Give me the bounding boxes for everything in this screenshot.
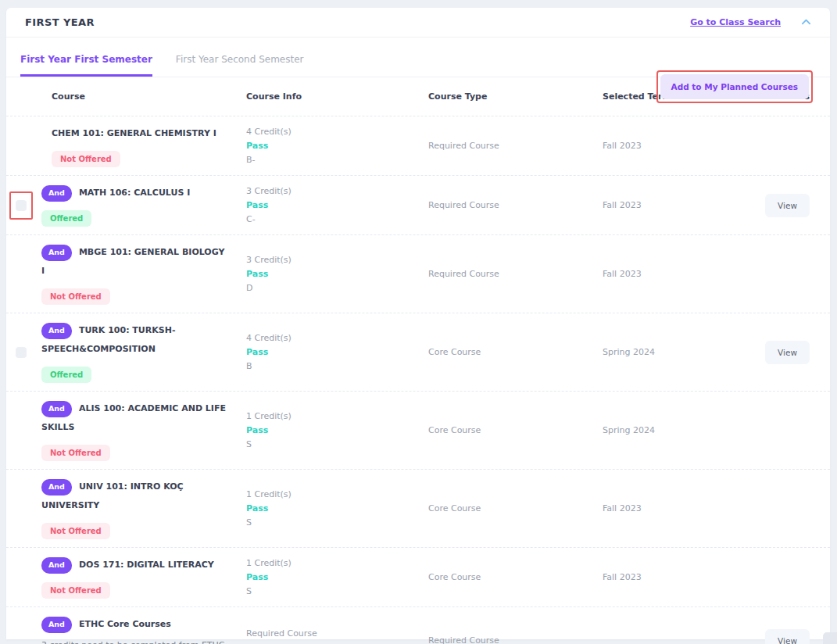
status-badge: Offered [41,210,91,227]
credits-text: 1 Credit(s) [246,558,420,568]
panel-header: FIRST YEAR Go to Class Search [6,8,830,38]
course-type-cell: Required Course [420,141,595,151]
course-row: AndETHC Core Courses3 credits need to be… [6,607,830,644]
credits-text: 3 Credit(s) [246,255,420,265]
course-cell: AndUNIV 101: INTRO KOÇ UNIVERSITYNot Off… [41,478,238,539]
grade-text: C- [246,214,420,224]
course-type-cell: Core Course [420,347,595,357]
tab-first-year-first-semester[interactable]: First Year First Semester [20,38,152,77]
grade-text: S [246,586,420,596]
column-header-course-info: Course Info [238,91,420,102]
grade-text: B [246,361,420,371]
pass-text: Pass [246,503,420,513]
course-type-cell: Core Course [420,503,595,513]
course-table: Course Course Info Course Type Selected … [6,77,830,644]
credits-text: 1 Credit(s) [246,411,420,421]
course-cell: AndMATH 106: CALCULUS IOffered [41,184,238,227]
status-badge: Not Offered [41,445,110,461]
actions-cell: View [749,629,810,644]
selected-term-cell: Fall 2023 [595,572,749,582]
selected-term-cell: Fall 2023 [595,269,749,279]
credits-text: 1 Credit(s) [246,489,420,499]
grade-text: D [246,283,420,293]
course-type-cell: Required Course [420,200,595,210]
selected-term-cell: Spring 2024 [595,347,749,357]
view-button[interactable]: View [765,341,810,364]
course-type-cell: Core Course [420,425,595,435]
course-info-cell: Required CourseNot Satisfied [238,628,420,644]
view-button[interactable]: View [765,194,810,217]
column-header-course: Course [41,91,238,102]
course-row: AndMATH 106: CALCULUS IOffered3 Credit(s… [6,176,830,235]
and-badge: And [41,617,72,632]
annotation-box-checkbox [9,191,33,220]
page-title: FIRST YEAR [25,16,95,28]
course-info-cell: 3 Credit(s)PassC- [238,186,420,224]
pass-text: Pass [246,572,420,582]
credits-text: 4 Credit(s) [246,127,420,137]
course-type-cell: Required Course [420,635,595,644]
actions-cell: View [749,194,810,217]
course-cell: AndTURK 100: TURKSH-SPEECH&COMPOSITIONOf… [41,321,238,383]
status-badge: Not Offered [41,288,110,305]
and-badge: And [41,479,72,495]
selected-term-cell: Fall 2023 [595,141,749,151]
course-info-cell: 1 Credit(s)PassS [238,489,420,528]
and-badge: And [41,323,72,338]
course-cell: AndALIS 100: ACADEMIC AND LIFE SKILLSNot… [41,399,238,461]
and-badge: And [41,185,72,201]
course-row: CHEM 101: GENERAL CHEMISTRY INot Offered… [6,116,830,176]
pass-text: Pass [246,200,420,210]
credits-text: 3 Credit(s) [246,186,420,196]
and-badge: And [41,557,72,573]
course-row: AndTURK 100: TURKSH-SPEECH&COMPOSITIONOf… [6,313,830,392]
course-row: AndUNIV 101: INTRO KOÇ UNIVERSITYNot Off… [6,470,830,548]
pass-text: Pass [246,347,420,357]
course-checkbox[interactable] [16,200,27,211]
course-info-cell: 3 Credit(s)PassD [238,255,420,293]
credits-text: 4 Credit(s) [246,333,420,343]
actions-cell: View [749,341,810,364]
course-row: AndALIS 100: ACADEMIC AND LIFE SKILLSNot… [6,392,830,470]
status-badge: Not Offered [41,523,110,539]
course-cell: AndETHC Core Courses3 credits need to be… [41,615,238,644]
course-title: ETHC Core Courses [79,619,171,629]
course-info-cell: 4 Credit(s)PassB- [238,127,420,165]
checkbox-cell [16,347,41,358]
course-title: MATH 106: CALCULUS I [79,188,190,198]
pass-text: Pass [246,141,420,151]
course-description: 3 credits need to be completed from ETHC… [41,639,229,644]
status-badge: Offered [41,367,91,383]
grade-text: B- [246,155,420,165]
course-title: CHEM 101: GENERAL CHEMISTRY I [52,128,216,138]
status-badge: Not Offered [52,151,120,167]
checkbox-cell [16,191,41,220]
course-checkbox[interactable] [16,347,27,358]
column-header-course-type: Course Type [420,91,595,102]
chevron-up-icon[interactable] [801,17,811,27]
grade-text: S [246,439,420,449]
view-button[interactable]: View [765,629,810,644]
selected-term-cell: Fall 2023 [595,200,749,210]
first-year-panel: FIRST YEAR Go to Class Search First Year… [6,8,830,639]
add-to-planned-courses-button[interactable]: Add to My Planned Courses [660,74,809,99]
course-cell: AndDOS 171: DIGITAL LITERACYNot Offered [41,556,238,599]
course-row: AndMBGE 101: GENERAL BIOLOGY INot Offere… [6,235,830,313]
scroll-corner-element [823,632,837,644]
credits-text: Required Course [246,628,420,639]
course-info-cell: 1 Credit(s)PassS [238,411,420,449]
and-badge: And [41,245,72,260]
pass-text: Pass [246,269,420,279]
go-to-class-search-link[interactable]: Go to Class Search [690,17,781,27]
course-info-cell: 1 Credit(s)PassS [238,558,420,596]
course-type-cell: Required Course [420,269,595,279]
pass-text: Pass [246,425,420,435]
course-row: AndDOS 171: DIGITAL LITERACYNot Offered1… [6,548,830,607]
tabs-row: First Year First Semester First Year Sec… [6,38,830,77]
course-cell: AndMBGE 101: GENERAL BIOLOGY INot Offere… [41,243,238,305]
annotation-box-add-button: Add to My Planned Courses [656,70,813,103]
tab-first-year-second-semester[interactable]: First Year Second Semester [176,38,304,77]
course-info-cell: 4 Credit(s)PassB [238,333,420,371]
and-badge: And [41,401,72,417]
selected-term-cell: Spring 2024 [595,425,749,435]
